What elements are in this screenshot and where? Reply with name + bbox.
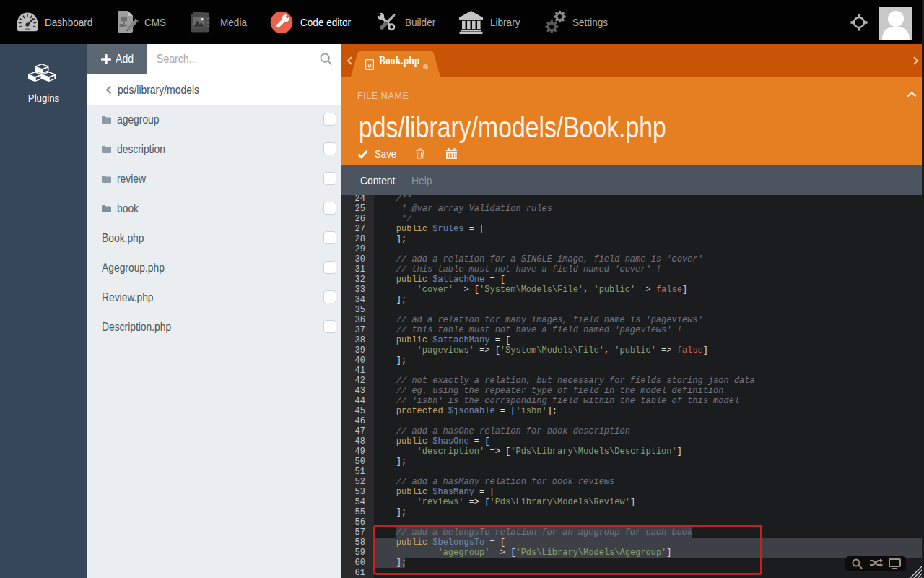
svg-text:φ: φ	[367, 61, 371, 69]
